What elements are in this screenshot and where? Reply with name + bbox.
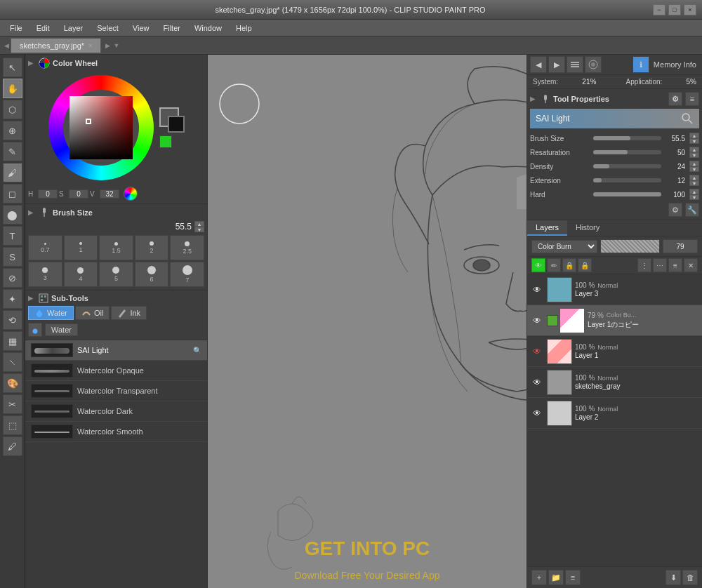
tool-props-collapse-icon[interactable]: ▶: [530, 95, 535, 102]
prop-extension-down[interactable]: ▼: [689, 180, 699, 186]
brush-item-watercolor-transparent[interactable]: Watercolor Transparent: [25, 381, 207, 401]
nav-forward-icon[interactable]: ▶: [548, 56, 565, 73]
layer-visible-icon[interactable]: 👁: [531, 258, 545, 272]
menu-window[interactable]: Window: [187, 22, 229, 34]
menu-edit[interactable]: Edit: [29, 22, 57, 34]
prop-brush-size-down[interactable]: ▼: [689, 138, 699, 144]
maximize-button[interactable]: □: [668, 4, 681, 15]
canvas-tab[interactable]: sketches_gray.jpg* ×: [11, 38, 101, 53]
prop-brush-size-slider[interactable]: [593, 136, 661, 140]
subtool-collapse-icon[interactable]: ▶: [28, 295, 33, 302]
brush-preset-3[interactable]: 3: [28, 262, 62, 287]
tab-right-arrow[interactable]: ▶: [104, 41, 112, 51]
layer-lock2-icon[interactable]: 🔒: [578, 258, 592, 272]
color-gradient-box[interactable]: [69, 96, 133, 159]
prop-density-spin[interactable]: ▲ ▼: [689, 161, 699, 172]
brush-preset-2.5[interactable]: 2.5: [170, 235, 204, 260]
layer-btn4[interactable]: ✕: [684, 258, 698, 272]
minimize-button[interactable]: −: [653, 4, 665, 15]
subtool-tab-water[interactable]: Water: [28, 306, 74, 320]
prop-brush-size-spin[interactable]: ▲ ▼: [689, 133, 699, 144]
green-swatch[interactable]: [159, 135, 172, 148]
h-input[interactable]: [38, 189, 58, 199]
tool-eraser[interactable]: ◻: [3, 184, 22, 203]
tool-cut[interactable]: ✂: [3, 394, 22, 414]
sketch-canvas[interactable]: R: [208, 55, 526, 588]
tool-props-icon2[interactable]: 🔧: [685, 203, 699, 217]
brush-item-watercolor-dark[interactable]: Watercolor Dark: [25, 401, 207, 422]
color-wheel-container[interactable]: [28, 72, 204, 184]
brush-preset-5[interactable]: 5: [99, 262, 133, 287]
canvas-area[interactable]: R GET INTO PC Download Free Your Desired…: [208, 55, 526, 588]
menu-file[interactable]: File: [3, 22, 29, 34]
tool-transform[interactable]: ⟲: [3, 310, 22, 330]
prop-resaturation-up[interactable]: ▲: [689, 147, 699, 152]
layer-edit-icon[interactable]: ✏: [547, 258, 561, 272]
brush-preset-2[interactable]: 2: [135, 235, 169, 260]
prop-hard-slider[interactable]: [593, 192, 661, 196]
tool-star[interactable]: ✦: [3, 289, 22, 309]
menu-view[interactable]: View: [126, 22, 157, 34]
prop-extension-slider-container[interactable]: 12 ▲ ▼: [593, 175, 699, 186]
brush-size-down[interactable]: ▼: [194, 227, 204, 232]
brush-item-watercolor-smooth[interactable]: Watercolor Smooth: [25, 422, 207, 442]
prop-density-down[interactable]: ▼: [689, 166, 699, 172]
color-selector[interactable]: [86, 119, 91, 124]
tool-zoom[interactable]: ⬡: [3, 100, 22, 119]
prop-density-slider-container[interactable]: 24 ▲ ▼: [593, 161, 699, 172]
prop-resaturation-down[interactable]: ▼: [689, 152, 699, 158]
brush-item-watercolor-opaque[interactable]: Watercolor Opaque: [25, 361, 207, 381]
color-wheel-canvas[interactable]: [48, 75, 154, 180]
layer-btn3[interactable]: ≡: [668, 258, 682, 272]
color-circle-button[interactable]: [124, 187, 138, 201]
nav-back-icon[interactable]: ◀: [530, 56, 547, 73]
prop-hard-down[interactable]: ▼: [689, 194, 699, 200]
prop-hard-spin[interactable]: ▲ ▼: [689, 189, 699, 200]
menu-select[interactable]: Select: [90, 22, 126, 34]
layer-row-1[interactable]: 👁 79 % Color Bu... Layer 1のコピー: [527, 305, 702, 336]
menu-help[interactable]: Help: [229, 22, 259, 34]
prop-resaturation-slider-container[interactable]: 50 ▲ ▼: [593, 147, 699, 158]
layer-lock-icon[interactable]: 🔒: [562, 258, 576, 272]
subtool-tab-ink[interactable]: Ink: [111, 306, 147, 320]
tool-arrow[interactable]: ↖: [3, 58, 22, 77]
prop-density-up[interactable]: ▲: [689, 161, 699, 166]
window-controls[interactable]: − □ ×: [653, 4, 696, 15]
layer-eye-2[interactable]: 👁: [530, 345, 544, 359]
tab-close-icon[interactable]: ×: [88, 42, 92, 49]
tool-props-menu[interactable]: ≡: [685, 92, 699, 106]
layers-icon[interactable]: [567, 56, 583, 73]
add-layer-button[interactable]: +: [531, 570, 547, 585]
tool-props-icon1[interactable]: ⚙: [668, 203, 682, 217]
brush-search-icon[interactable]: 🔍: [193, 347, 201, 354]
brush-preset-7[interactable]: 7: [170, 262, 204, 287]
v-input[interactable]: [100, 189, 119, 199]
tool-text[interactable]: T: [3, 226, 22, 246]
layer-menu-button[interactable]: ≡: [565, 570, 581, 585]
prop-extension-spin[interactable]: ▲ ▼: [689, 175, 699, 186]
brush-size-spinbox[interactable]: ▲ ▼: [194, 221, 204, 232]
add-folder-button[interactable]: 📁: [548, 570, 564, 585]
layer-btn2[interactable]: ⋯: [653, 258, 667, 272]
menu-layer[interactable]: Layer: [57, 22, 91, 34]
layer-eye-3[interactable]: 👁: [530, 375, 544, 389]
layers-tab-layers[interactable]: Layers: [527, 220, 567, 236]
tool-select[interactable]: S: [3, 247, 22, 267]
prop-brush-size-slider-container[interactable]: 55.5 ▲ ▼: [593, 133, 699, 144]
layers-tab-history[interactable]: History: [567, 220, 608, 236]
background-swatch[interactable]: [168, 116, 185, 133]
tool-search-icon[interactable]: [681, 112, 694, 125]
brush-preset-4[interactable]: 4: [64, 262, 98, 287]
tab-left-arrow[interactable]: ◀: [3, 41, 11, 51]
layer-row-2[interactable]: 👁 100 % Normal Layer 1: [527, 336, 702, 367]
delete-layer-button[interactable]: 🗑: [682, 570, 698, 585]
layer-row-3[interactable]: 👁 100 % Normal sketches_gray: [527, 367, 702, 398]
tool-color-mix[interactable]: 🎨: [3, 373, 22, 393]
fg-bg-swatches[interactable]: [159, 107, 185, 133]
prop-hard-slider-container[interactable]: 100 ▲ ▼: [593, 189, 699, 200]
brush-item-sai-light[interactable]: SAI Light 🔍: [25, 340, 207, 361]
subtool-tab-oil[interactable]: Oil: [75, 306, 110, 320]
brush-preset-6[interactable]: 6: [135, 262, 169, 287]
info-icon[interactable]: ℹ: [633, 56, 649, 73]
brush-preset-1.5[interactable]: 1.5: [99, 235, 133, 260]
